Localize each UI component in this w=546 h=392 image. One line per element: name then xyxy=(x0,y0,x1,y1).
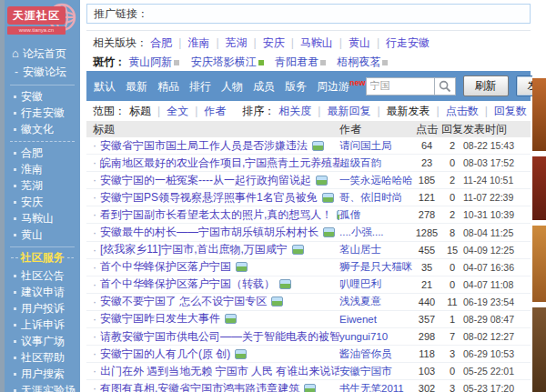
sidebar-item[interactable]: 芜湖 xyxy=(12,177,80,194)
scope-option[interactable]: 标题 xyxy=(129,105,151,117)
ad-thumbnail[interactable] xyxy=(532,226,546,302)
thread-author-link[interactable]: 茗山居士 xyxy=(339,244,381,255)
thread-author-link[interactable]: yungui710 xyxy=(339,331,388,342)
tianya-logo[interactable]: 天涯社区 www.tianya.cn xyxy=(7,6,76,37)
sidebar-item-forum-home[interactable]: ⌂论坛首页 xyxy=(12,45,80,63)
thread-author-link[interactable]: 请问国土局 xyxy=(339,140,392,151)
toolbar-tab[interactable]: 人物 xyxy=(221,80,243,93)
thread-author-link[interactable]: Eiwenet xyxy=(339,314,377,325)
post-time: 04-09 12:25 xyxy=(463,245,531,256)
thread-title-link[interactable]: 安徽不要宁国了 怎么不设宁国专区 xyxy=(100,294,267,309)
thread-title-link[interactable]: 安徽最牛的村长——宁国市胡乐镇胡乐村村长 xyxy=(100,225,318,240)
toolbar-tab[interactable]: 版务 xyxy=(285,80,307,93)
toolbar-tab[interactable]: 默认 xyxy=(94,80,116,93)
table-row: · 有图有真相,安徽省宁国市鸿韦路违章建筑 书生无笔2011 302 3 05-… xyxy=(86,380,531,392)
scope-option[interactable]: 作者 xyxy=(204,105,226,117)
sidebar-item[interactable]: 黄山 xyxy=(12,226,80,243)
ad-thumbnail[interactable] xyxy=(532,78,546,151)
sort-option[interactable]: 相关度 xyxy=(278,105,311,117)
search-button[interactable] xyxy=(435,77,456,95)
sidebar-item[interactable]: 天涯实验场 xyxy=(12,382,80,392)
sort-options: 相关度最新回复最新发表点击数回复数 xyxy=(278,104,527,119)
sidebar-item[interactable]: 议事广场 xyxy=(12,333,80,349)
related-board-link[interactable]: 安庆 xyxy=(263,36,285,49)
post-time: 06-29 10:53 xyxy=(463,348,531,359)
sidebar-item[interactable]: 社区公告 xyxy=(12,267,80,284)
sidebar-item[interactable]: 社区帮助 xyxy=(12,349,80,366)
moderators-label: 斑竹： xyxy=(93,55,126,68)
sidebar-item[interactable]: 行走安徽 xyxy=(12,105,80,121)
bullet-icon xyxy=(14,324,16,327)
thread-author-link[interactable]: 超级百韵 xyxy=(339,157,381,168)
refresh-button[interactable]: 刷新 xyxy=(463,75,509,96)
thread-author-link[interactable]: 酱油管你员 xyxy=(339,348,392,359)
sidebar-item[interactable]: 徽文化 xyxy=(12,121,80,137)
related-board-link[interactable]: 黄山 xyxy=(349,36,370,49)
table-row: · 安徽省宁国市国土局工作人员是否涉嫌违法 请问国土局 64 2 08-22 1… xyxy=(86,137,531,155)
sort-option[interactable]: 回复数 xyxy=(494,105,527,117)
thread-title-link[interactable]: 安徽宁国的人有几个(原 创) xyxy=(100,347,230,362)
sidebar-item[interactable]: 安徽 xyxy=(12,88,80,105)
sidebar-item[interactable]: 用户搜索 xyxy=(12,366,80,382)
thread-title-link[interactable]: 看到宁国副市长看望老太太的照片,真的想骂人！ xyxy=(100,207,332,223)
sort-option[interactable]: 点击数 xyxy=(446,105,479,117)
toolbar-tab[interactable]: 周边游new xyxy=(317,80,366,93)
thread-title-link[interactable]: 出门在外 遇到当地无赖 宁国市 人民 有谁出来说话 xyxy=(100,364,339,379)
thread-author-link[interactable]: 孤僧 xyxy=(339,209,360,220)
thread-author-link[interactable]: 浅浅夏意 xyxy=(339,296,381,307)
toolbar-tab[interactable]: 最新 xyxy=(126,80,147,93)
moderator-link[interactable]: 青阳君君 xyxy=(275,55,326,68)
search-input[interactable] xyxy=(366,77,435,95)
related-board-link[interactable]: 淮南 xyxy=(187,36,209,49)
thread-title-link[interactable]: [炫我家乡11]宁国市,首出庶物,万国咸宁 xyxy=(100,242,288,257)
sidebar-item[interactable]: 合肥 xyxy=(12,145,80,161)
related-board-link[interactable]: 行走安徽 xyxy=(386,36,430,49)
sidebar-item[interactable]: 上诉申诉 xyxy=(12,317,80,333)
reply-count: 0 xyxy=(441,279,463,290)
click-count: 440 xyxy=(412,297,441,307)
bullet-icon xyxy=(14,217,16,220)
toolbar-tab[interactable]: 精品 xyxy=(157,80,179,93)
thread-title-link[interactable]: 首个中华蜂保护区落户宁国（转载） xyxy=(100,276,275,292)
sidebar-divider xyxy=(10,85,75,85)
moderator-link[interactable]: 安庆塔影横江 xyxy=(191,55,264,68)
reply-count: 0 xyxy=(441,366,463,377)
sidebar-item-anhui-forum[interactable]: -安徽论坛 xyxy=(12,63,80,81)
toolbar-tab[interactable]: 成员 xyxy=(253,80,275,93)
sidebar-item[interactable]: 淮南 xyxy=(12,161,80,177)
promo-links-box[interactable]: 推广链接： xyxy=(86,4,531,24)
ad-thumbnail[interactable] xyxy=(532,156,546,220)
post-time: 08-04 11:25 xyxy=(463,227,531,238)
sidebar-item[interactable]: 用户投诉 xyxy=(12,300,80,317)
thread-title-link[interactable]: 首个中华蜂保护区落户宁国 xyxy=(100,259,231,275)
ad-thumbnail[interactable] xyxy=(532,307,546,392)
forum-toolbar: 默认 最新 精品 排行 人物 成员 版务 周边游new xyxy=(86,71,531,101)
sidebar-item[interactable]: 建议申请 xyxy=(12,284,80,300)
thread-title-link[interactable]: 安徽宁国的一桩冤案----从一起行政拘留说起 xyxy=(100,173,311,188)
moderator-link[interactable]: 梧桐夜茗 xyxy=(337,55,388,68)
thread-author-link[interactable]: ....小强.... xyxy=(339,226,384,237)
related-board-link[interactable]: 马鞍山 xyxy=(300,36,333,49)
thread-author-link[interactable]: 狮子是只大猫咪 xyxy=(339,261,412,272)
community-service-header: 社区服务 xyxy=(8,250,76,266)
thread-title-link[interactable]: 有图有真相,安徽省宁国市鸿韦路违章建筑 xyxy=(100,381,299,392)
thread-title-link[interactable]: 安徽宁国PS领导视察悬浮照事件1名官员被免 xyxy=(100,190,318,206)
sidebar-item[interactable]: 马鞍山 xyxy=(12,210,80,226)
thread-author-link[interactable]: 安徽宁国市 xyxy=(339,366,392,377)
thread-title-link[interactable]: 请教安徽宁国市供电公司——关于智能电表的被智能问题(转载) xyxy=(100,329,339,345)
thread-author-link[interactable]: 一笑永远哈哈哈 xyxy=(339,175,412,186)
sort-option[interactable]: 最新回复 xyxy=(327,105,370,117)
sidebar-item[interactable]: 安庆 xyxy=(12,194,80,210)
thread-title-link[interactable]: 皖南地区最好的农业合作项目,宁国燕青土元养殖基地欢迎您 xyxy=(100,156,339,171)
related-board-link[interactable]: 合肥 xyxy=(150,36,172,49)
scope-option[interactable]: 全文 xyxy=(167,105,188,117)
moderator-link[interactable]: 黄山阿新 xyxy=(128,55,179,68)
thread-title-link[interactable]: 安徽省宁国市国土局工作人员是否涉嫌违法 xyxy=(100,138,308,154)
thread-author-link[interactable]: 书生无笔2011 xyxy=(339,383,404,392)
thread-title-link[interactable]: 安徽宁国昨日发生大事件 xyxy=(100,311,220,327)
toolbar-tab[interactable]: 排行 xyxy=(189,80,211,93)
related-board-link[interactable]: 芜湖 xyxy=(226,36,248,49)
thread-author-link[interactable]: 叭哩巴利 xyxy=(339,278,381,289)
sort-option[interactable]: 最新发表 xyxy=(387,105,430,117)
thread-author-link[interactable]: 哥、依旧时尚 xyxy=(339,192,402,203)
